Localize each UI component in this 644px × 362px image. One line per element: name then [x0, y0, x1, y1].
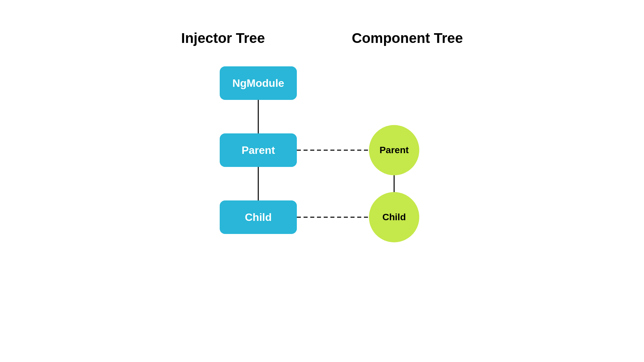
child-component-circle: Child [369, 192, 419, 242]
diagram-svg [171, 66, 473, 308]
ngmodule-box: NgModule [220, 66, 297, 100]
titles-row: Injector Tree Component Tree [171, 30, 473, 46]
parent-component-circle: Parent [369, 125, 419, 175]
child-component-label: Child [382, 212, 406, 223]
diagram-area: NgModule Parent Child Parent Child [171, 66, 473, 308]
injector-tree-title: Injector Tree [181, 30, 265, 46]
component-tree-title: Component Tree [352, 30, 463, 46]
parent-component-label: Parent [379, 145, 409, 156]
ngmodule-label: NgModule [232, 77, 284, 89]
main-container: Injector Tree Component Tree [0, 0, 644, 362]
child-injector-box: Child [220, 200, 297, 234]
parent-injector-label: Parent [241, 144, 275, 157]
parent-injector-box: Parent [220, 133, 297, 167]
child-injector-label: Child [245, 211, 272, 224]
